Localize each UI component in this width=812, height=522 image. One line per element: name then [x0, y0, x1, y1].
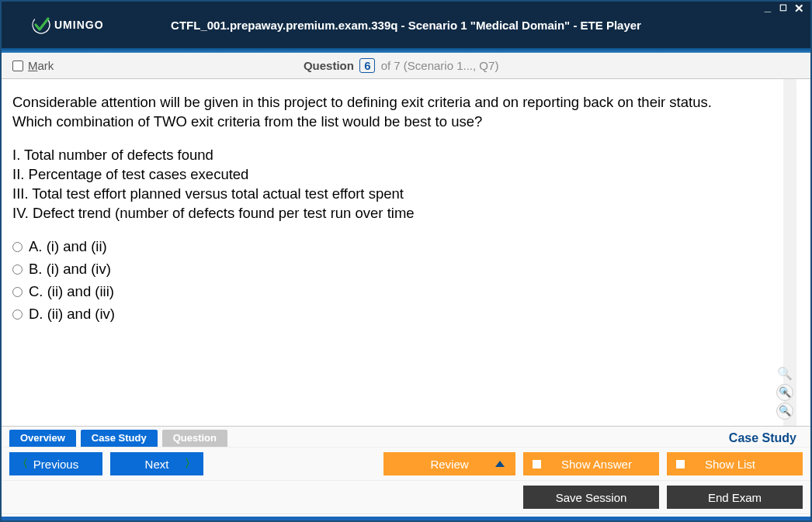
review-button[interactable]: Review	[383, 452, 515, 475]
tabs-row: Overview Case Study Question Case Study	[2, 427, 810, 447]
zoom-controls: 🔍 🔍+ 🔍-	[776, 365, 793, 420]
answer-radio[interactable]	[12, 309, 23, 320]
answer-choice-a[interactable]: A. (i) and (ii)	[12, 237, 786, 257]
question-content: Considerable attention will be given in …	[2, 79, 810, 426]
end-exam-button[interactable]: End Exam	[667, 486, 803, 509]
maximize-button[interactable]: ☐	[776, 3, 790, 14]
buttons-row-1: 〈 Previous Next 〉 Review Show Answer Sho…	[2, 447, 810, 480]
previous-button[interactable]: 〈 Previous	[9, 452, 102, 475]
criteria-item: I. Total number of defects found	[12, 146, 786, 165]
question-word: Question	[304, 59, 354, 72]
answer-choices: A. (i) and (ii) B. (i) and (iv) C. (ii) …	[12, 237, 786, 324]
buttons-row-2: Save Session End Exam	[2, 480, 810, 513]
zoom-reset-icon[interactable]: 🔍	[776, 365, 793, 382]
case-study-label: Case Study	[729, 431, 796, 445]
save-session-button[interactable]: Save Session	[523, 486, 659, 509]
answer-radio[interactable]	[12, 264, 23, 275]
criteria-list: I. Total number of defects found II. Per…	[12, 146, 786, 223]
answer-radio[interactable]	[12, 287, 23, 297]
question-header: Mark Question 6 of 7 (Scenario 1..., Q7)	[2, 53, 810, 79]
question-total: of 7 (Scenario 1..., Q7)	[381, 59, 499, 72]
answer-radio[interactable]	[12, 242, 23, 252]
logo-check-icon	[31, 15, 51, 35]
window-title: CTFL_001.prepaway.premium.exam.339q - Sc…	[2, 19, 810, 32]
answer-choice-b[interactable]: B. (i) and (iv)	[12, 260, 786, 279]
triangle-up-icon	[495, 461, 505, 467]
title-bar: UMINGO CTFL_001.prepaway.premium.exam.33…	[2, 2, 810, 48]
window-controls: _ ☐ ✕	[761, 3, 806, 14]
answer-label: C. (ii) and (iii)	[29, 282, 114, 302]
logo-text: UMINGO	[54, 19, 104, 31]
square-icon	[533, 460, 541, 468]
bottom-toolbar: Overview Case Study Question Case Study …	[2, 426, 810, 520]
app-logo: UMINGO	[31, 15, 104, 35]
zoom-out-icon[interactable]: 🔍-	[776, 403, 793, 420]
answer-choice-d[interactable]: D. (ii) and (iv)	[12, 305, 786, 324]
question-prompt: Considerable attention will be given in …	[12, 93, 786, 132]
square-icon	[676, 460, 685, 468]
answer-label: A. (i) and (ii)	[29, 237, 107, 257]
show-answer-button[interactable]: Show Answer	[523, 452, 659, 475]
chevron-right-icon: 〉	[185, 457, 196, 471]
mark-checkbox-wrap[interactable]: Mark	[12, 59, 54, 72]
criteria-item: IV. Defect trend (number of defects foun…	[12, 204, 786, 223]
mark-label: Mark	[28, 59, 54, 72]
mark-checkbox[interactable]	[12, 60, 23, 71]
criteria-item: II. Percentage of test cases executed	[12, 165, 786, 185]
prompt-line: Which combination of TWO exit criteria f…	[12, 112, 786, 132]
prompt-line: Considerable attention will be given in …	[12, 93, 786, 112]
question-number[interactable]: 6	[359, 58, 375, 73]
tab-overview[interactable]: Overview	[9, 430, 76, 447]
close-button[interactable]: ✕	[792, 3, 806, 14]
tab-case-study[interactable]: Case Study	[81, 430, 158, 447]
criteria-item: III. Total test effort planned versus to…	[12, 185, 786, 204]
app-window: UMINGO CTFL_001.prepaway.premium.exam.33…	[0, 0, 812, 522]
show-list-button[interactable]: Show List	[667, 452, 803, 475]
bottom-accent	[2, 517, 810, 520]
answer-label: B. (i) and (iv)	[29, 260, 111, 279]
next-button[interactable]: Next 〉	[110, 452, 203, 475]
answer-choice-c[interactable]: C. (ii) and (iii)	[12, 282, 786, 302]
answer-label: D. (ii) and (iv)	[29, 305, 115, 324]
chevron-left-icon: 〈	[17, 457, 28, 471]
zoom-in-icon[interactable]: 🔍+	[776, 384, 793, 401]
minimize-button[interactable]: _	[761, 3, 775, 14]
tab-question[interactable]: Question	[162, 430, 227, 447]
